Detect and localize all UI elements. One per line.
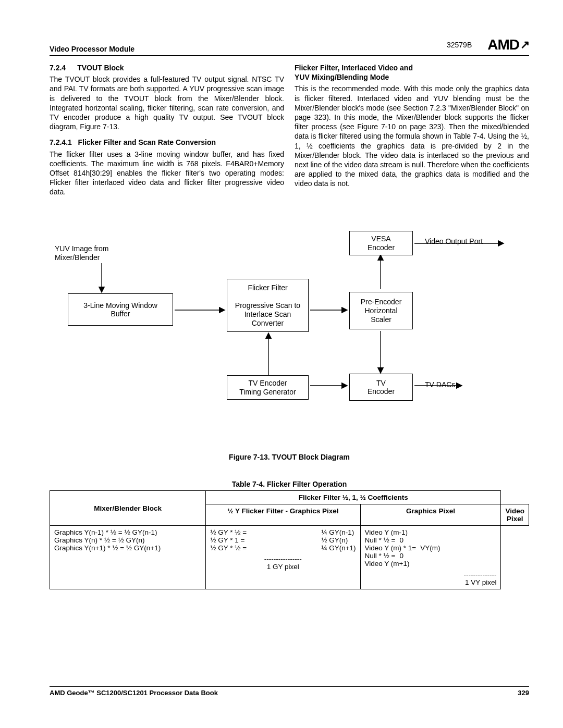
cell-video-pixel: Video Y (m-1) Null * ½ =0 Video Y (m) * …	[360, 526, 501, 589]
tv-encoder-box: TV Encoder	[349, 374, 413, 401]
page-header: Video Processor Module 32579B AMD↗	[50, 36, 529, 56]
section-7-2-4-para: The TVOUT block provides a full-featured…	[50, 75, 284, 131]
right-heading: Flicker Filter, Interlaced Video andYUV …	[295, 63, 529, 82]
figure-caption: Figure 7-13. TVOUT Block Diagram	[50, 453, 529, 461]
section-7-2-4-1-heading: 7.2.4.1 Flicker Filter and Scan Rate Con…	[50, 138, 284, 147]
table-row: Graphics Y(n-1) * ½ = ½ GY(n-1) Graphics…	[50, 526, 529, 589]
cell-graphics-pixel: ½ GY * ½ = ½ GY * 1 = ½ GY * ½ = ¼ GY(n-…	[206, 526, 360, 589]
amd-logo: AMD↗	[487, 36, 529, 53]
flicker-filter-table: Mixer/Blender Block Flicker Filter ½, 1,…	[50, 490, 529, 589]
flicker-filter-box: Flicker Filter Progressive Scan to Inter…	[227, 279, 309, 332]
buffer-box: 3-Line Moving Window Buffer	[68, 293, 173, 326]
left-column: 7.2.4TVOUT Block The TVOUT block provide…	[50, 63, 284, 201]
timing-gen-box: TV Encoder Timing Generator	[227, 375, 309, 400]
body-columns: 7.2.4TVOUT Block The TVOUT block provide…	[50, 63, 529, 201]
yuv-image-label: YUV Image from Mixer/Blender	[55, 244, 108, 262]
vesa-encoder-box: VESA Encoder	[349, 231, 413, 255]
doc-number: 32579B	[447, 41, 472, 49]
footer-book-title: AMD Geode™ SC1200/SC1201 Processor Data …	[50, 689, 218, 697]
video-output-port-label: Video Output Port	[425, 237, 483, 246]
right-column: Flicker Filter, Interlaced Video andYUV …	[295, 63, 529, 201]
page-number: 329	[518, 689, 529, 697]
diagram-arrows	[50, 221, 529, 451]
tvout-block-diagram: YUV Image from Mixer/Blender 3-Line Movi…	[50, 221, 529, 451]
th-coeff: Flicker Filter ½, 1, ½ Coefficients	[206, 491, 501, 504]
section-7-2-4-heading: 7.2.4TVOUT Block	[50, 63, 284, 72]
page-footer: AMD Geode™ SC1200/SC1201 Processor Data …	[50, 686, 529, 697]
tv-dacs-label: TV DACs	[425, 380, 455, 389]
scaler-box: Pre-Encoder Horizontal Scaler	[349, 292, 413, 329]
section-7-2-4-1-para: The flicker filter uses a 3-line moving …	[50, 150, 284, 197]
th-gp: Graphics Pixel	[360, 504, 501, 526]
th-mixer: Mixer/Blender Block	[50, 491, 206, 526]
th-half: ½ Y Flicker Filter - Graphics Pixel	[206, 504, 360, 526]
table-caption: Table 7-4. Flicker Filter Operation	[50, 480, 529, 488]
th-vp: Video Pixel	[501, 504, 529, 526]
cell-mixer: Graphics Y(n-1) * ½ = ½ GY(n-1) Graphics…	[50, 526, 206, 589]
table-row: Mixer/Blender Block Flicker Filter ½, 1,…	[50, 491, 529, 504]
amd-arrow-icon: ↗	[520, 38, 529, 52]
header-module: Video Processor Module	[50, 45, 134, 53]
right-para: This is the recommended mode. With this …	[295, 84, 529, 188]
